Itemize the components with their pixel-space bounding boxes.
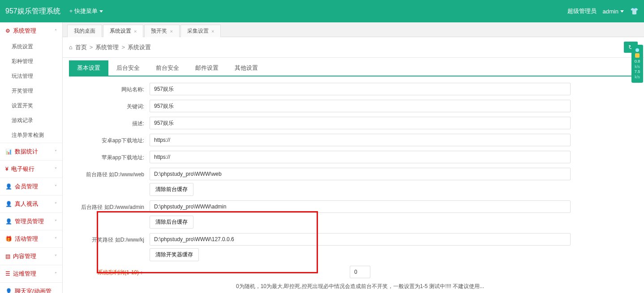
label-desc: 描述: [69,117,150,127]
row-site-name: 网站名称: [69,83,638,95]
input-sys-profit[interactable] [350,266,370,278]
sidebar-group-header[interactable]: 👤管理员管理˅ [0,212,62,230]
sidebar-group-header[interactable]: ☰运维管理˅ [0,265,62,282]
breadcrumb-home[interactable]: 首页 [75,43,87,51]
tshirt-icon[interactable]: 👕 [630,7,639,15]
input-front-path[interactable] [150,168,571,180]
sidebar-group-header[interactable]: ⚙系统管理˄ [0,22,62,39]
sidebar-group-label: 管理员管理 [15,218,44,225]
clear-front-cache-button[interactable]: 清除前台缓存 [150,183,193,196]
input-desc[interactable] [150,117,571,129]
main-area: ◀ 我的桌面系统设置×预开奖×采集设置× ⌂ 首页 > 系统管理 > 系统设置 … [63,22,644,293]
user-role-label: 超级管理员 [567,7,597,15]
sidebar-group-icon: 📊 [5,149,12,155]
close-icon[interactable]: × [134,29,137,34]
widget-up-value: 0.8 [632,59,642,64]
sidebar-item[interactable]: 玩法管理 [0,69,62,84]
network-widget[interactable]: 0.8 k/s 7.5 k/s [631,45,643,83]
breadcrumb-part: 系统设置 [128,43,151,51]
subtab[interactable]: 基本设置 [69,60,108,76]
sidebar-group-icon: ⚙ [5,28,10,34]
user-name-label: admin [603,8,618,15]
sidebar-group-label: 运维管理 [13,270,36,277]
sidebar-item[interactable]: 设置开奖 [0,98,62,113]
sidebar-group-icon: ¥ [5,166,9,172]
sidebar-group-header[interactable]: ¥电子银行˅ [0,160,62,178]
input-keywords[interactable] [150,100,571,112]
settings-form: 网站名称: 关键词: 描述: 安卓app下载地址: 苹果app下载地址: [69,76,638,293]
label-front-path: 前台路径 如D:/www/web [69,168,150,178]
tab-label: 预开奖 [151,27,167,35]
sidebar-group-header[interactable]: 🎁活动管理˅ [0,230,62,247]
sidebar-group-header[interactable]: 👤会员管理˅ [0,178,62,195]
sidebar-group-icon: 👤 [5,183,12,190]
chevron-down-icon [99,10,103,13]
widget-up-unit: k/s [632,64,642,70]
label-keywords: 关键词: [69,100,150,110]
tab-label: 我的桌面 [74,27,95,35]
label-ios-url: 苹果app下载地址: [69,151,150,161]
sidebar-group-header[interactable]: 📊数据统计˅ [0,143,62,160]
chevron-icon: ˄ [55,29,57,34]
breadcrumb-sep: > [90,44,93,51]
input-kj-path[interactable] [150,233,571,246]
breadcrumb-row: ⌂ 首页 > 系统管理 > 系统设置 ↻ [63,37,644,58]
chevron-icon: ˅ [55,272,57,276]
sidebar-group-label: 聊天室/动画管理 [5,288,52,293]
sidebar-group-header[interactable]: 👤真人视讯˅ [0,195,62,212]
close-icon[interactable]: × [211,29,214,34]
sidebar-group-header[interactable]: ▤内容管理˅ [0,247,62,265]
tab[interactable]: 我的桌面 [67,25,102,37]
brand-title: 957娱乐管理系统 [5,7,60,16]
chevron-icon: ˅ [55,184,57,189]
row-keywords: 关键词: [69,100,638,112]
subtab[interactable]: 其他设置 [227,60,266,76]
sidebar-item[interactable]: 注单异常检测 [0,128,62,143]
sidebar-group-icon: ▤ [5,253,10,259]
row-ios-url: 苹果app下载地址: [69,151,638,163]
top-bar: 957娱乐管理系统 + 快捷菜单 超级管理员 admin 👕 [0,0,644,22]
sidebar-group-label: 真人视讯 [15,200,38,207]
input-ios-url[interactable] [150,151,571,163]
sidebar-group-icon: 👤 [5,288,12,293]
sidebar-group-label: 数据统计 [15,148,38,155]
tab[interactable]: 预开奖× [144,25,179,37]
home-icon[interactable]: ⌂ [69,44,73,51]
sidebar-group-icon: ☰ [5,271,10,277]
tab-label: 系统设置 [110,27,131,35]
chevron-icon: ˅ [55,237,57,242]
breadcrumb-part[interactable]: 系统管理 [95,43,119,51]
input-site-name[interactable] [150,83,571,95]
clear-admin-cache-button[interactable]: 清除后台缓存 [150,216,193,229]
clear-kj-cache-button[interactable]: 清除开奖器缓存 [150,248,199,261]
subtab[interactable]: 邮件设置 [187,60,227,76]
sidebar-group-label: 电子银行 [11,166,34,172]
sidebar-group-label: 活动管理 [15,235,38,242]
subtab[interactable]: 后台安全 [108,60,148,76]
sidebar-group-label: 内容管理 [13,253,36,259]
input-admin-path[interactable] [150,200,571,213]
input-android-url[interactable] [150,134,571,146]
close-icon[interactable]: × [170,29,172,34]
sidebar-item[interactable]: 游戏记录 [0,113,62,128]
top-bar-right: 超级管理员 admin 👕 [567,7,639,15]
subtab[interactable]: 前台安全 [148,60,187,76]
sidebar-item[interactable]: 系统设置 [0,39,62,54]
chevron-icon: ˅ [55,149,57,154]
sidebar-group-label: 会员管理 [15,183,38,190]
help-sys-profit: 0为随机，10为最大,即控死,控死出现必中情况会造成前台不开奖，一般设置为1-5… [236,283,484,290]
tab[interactable]: 系统设置× [103,25,143,37]
user-menu[interactable]: admin [603,8,624,15]
row-front-path: 前台路径 如D:/www/web 清除前台缓存 [69,168,638,196]
sidebar-item[interactable]: 开奖管理 [0,84,62,98]
sidebar: ⚙系统管理˄系统设置彩种管理玩法管理开奖管理设置开奖游戏记录注单异常检测📊数据统… [0,22,63,293]
quick-menu-button[interactable]: + 快捷菜单 [69,7,103,15]
sidebar-item[interactable]: 彩种管理 [0,54,62,69]
widget-dot-icon [635,48,639,52]
breadcrumb-sep: > [121,44,125,51]
chevron-icon: ˅ [55,167,57,172]
tab[interactable]: 采集设置× [180,25,221,37]
sidebar-group-icon: 👤 [5,218,12,225]
row-android-url: 安卓app下载地址: [69,134,638,146]
sidebar-group-header[interactable]: 👤聊天室/动画管理˅ [0,282,62,293]
